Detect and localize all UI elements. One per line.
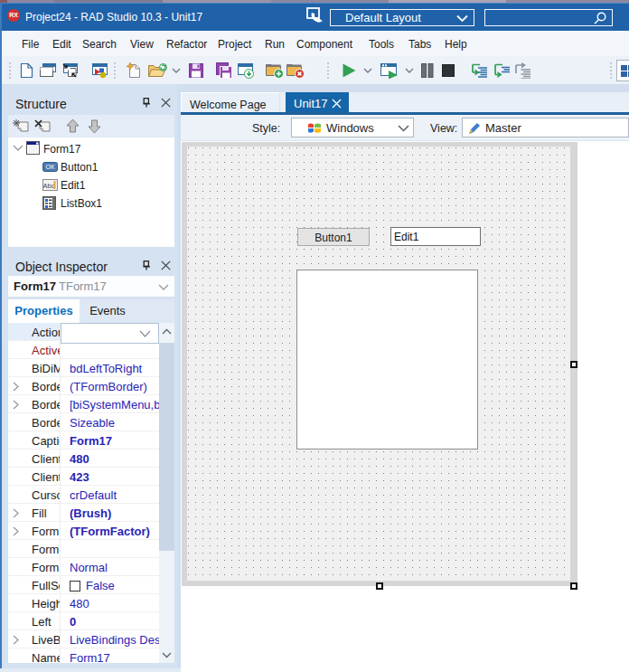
svg-text:Abc: Abc [43,182,55,190]
svg-text:OK: OK [45,164,54,170]
